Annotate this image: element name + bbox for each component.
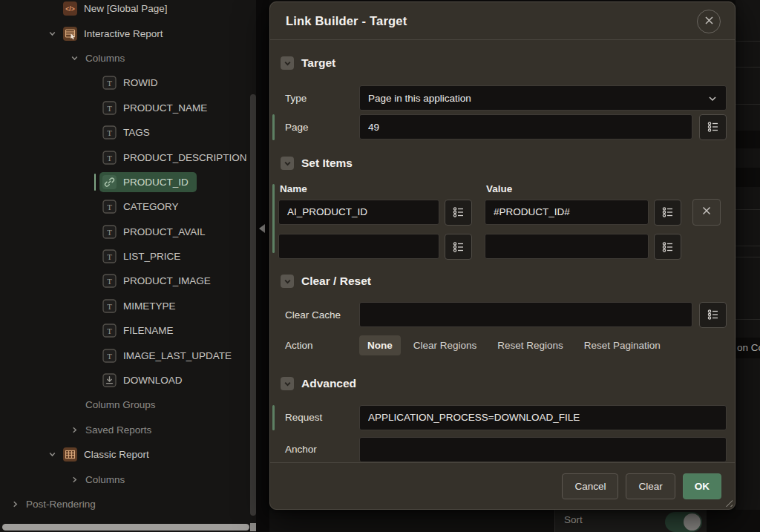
tree-item-label: New [Global Page] (84, 3, 168, 14)
text-icon: T (102, 101, 117, 115)
tree-item-body: Column Groups (82, 396, 164, 413)
page-label: Page (285, 122, 359, 133)
tree-item-label: Columns (85, 474, 125, 485)
clipped-background-text: on Co (737, 342, 760, 353)
collapse-target-button[interactable] (281, 56, 294, 70)
tree-item-label: PRODUCT_IMAGE (123, 275, 211, 286)
clear-button[interactable]: Clear (626, 473, 675, 499)
tree-item-rowid[interactable]: TROWID (0, 70, 256, 95)
tree-item-body: TMIMETYPE (99, 296, 184, 316)
remove-row-button[interactable] (692, 199, 721, 226)
collapse-set-items-button[interactable] (281, 157, 294, 170)
type-row: Type Page in this application (285, 85, 727, 111)
text-icon: T (102, 324, 117, 338)
tree-item-category[interactable]: TCATEGORY (0, 194, 256, 219)
remove-icon (701, 206, 712, 219)
tree-item-label: TAGS (123, 127, 150, 138)
tree-item-columns[interactable]: Columns (0, 467, 256, 491)
tree-item-label: Saved Reports (85, 424, 151, 436)
item-value-input[interactable] (485, 234, 649, 259)
action-option-reset-regions[interactable]: Reset Regions (489, 335, 571, 355)
item-name-input[interactable] (278, 234, 439, 259)
tree-item-list-price[interactable]: TLIST_PRICE (0, 244, 256, 269)
tree-item-interactive-report[interactable]: Interactive Report (0, 21, 256, 45)
chevron-down-icon[interactable] (46, 450, 58, 459)
item-value-input[interactable] (485, 200, 649, 225)
action-option-none[interactable]: None (359, 335, 401, 355)
chevron-down-icon[interactable] (68, 54, 80, 62)
item-value-lov-button[interactable] (654, 200, 681, 226)
background-dark-column (707, 510, 760, 532)
chevron-right-icon[interactable] (68, 476, 80, 484)
tree-item-body: TPRODUCT_IMAGE (99, 271, 219, 291)
tree-item-product-image[interactable]: TPRODUCT_IMAGE (0, 269, 256, 293)
tree-item-mimetype[interactable]: TMIMETYPE (0, 294, 256, 318)
tree-item-classic-report[interactable]: Classic Report (0, 442, 256, 467)
type-select-value: Page in this application (368, 93, 471, 104)
tree-item-columns[interactable]: Columns (0, 46, 256, 70)
report-ir-icon (63, 27, 77, 41)
tree-item-body: TIMAGE_LAST_UPDATE (99, 346, 240, 366)
close-button[interactable] (697, 10, 721, 33)
set-item-row (278, 199, 727, 226)
text-icon: T (102, 125, 117, 139)
page-lov-button[interactable] (699, 114, 727, 140)
tree-item-image-last-update[interactable]: TIMAGE_LAST_UPDATE (0, 343, 256, 367)
panel-splitter[interactable] (256, 0, 269, 532)
tree-item-new-global-page[interactable]: </>New [Global Page] (0, 0, 256, 21)
tree-item-body: Columns (82, 471, 133, 488)
item-name-lov-button[interactable] (445, 234, 472, 260)
tree-item-label: LIST_PRICE (123, 251, 180, 262)
tree-item-label: MIMETYPE (123, 301, 176, 312)
svg-text:T: T (107, 351, 112, 360)
scrollbar-corner (250, 523, 256, 531)
item-name-lov-button[interactable] (445, 200, 472, 226)
link-builder-dialog: Link Builder - Target Target Type Page i… (269, 1, 736, 510)
anchor-input[interactable] (359, 437, 727, 462)
ok-button[interactable]: OK (683, 473, 721, 499)
tree-item-download[interactable]: DOWNLOAD (0, 368, 256, 393)
action-label: Action (285, 340, 359, 351)
svg-text:T: T (107, 153, 112, 162)
tree-vertical-scrollbar[interactable] (250, 94, 256, 516)
tree-item-product-description[interactable]: TPRODUCT_DESCRIPTION (0, 145, 256, 169)
tree-item-tags[interactable]: TTAGS (0, 120, 256, 145)
collapse-advanced-button[interactable] (281, 377, 294, 390)
svg-text:T: T (107, 326, 112, 335)
tree-item-body: TFILENAME (99, 321, 182, 341)
clear-cache-input[interactable] (359, 302, 692, 327)
action-option-clear-regions[interactable]: Clear Regions (405, 335, 485, 355)
text-icon: T (102, 76, 117, 90)
sort-label: Sort (564, 514, 583, 525)
text-icon: T (102, 249, 117, 263)
svg-text:T: T (107, 128, 112, 137)
sort-toggle[interactable] (665, 512, 702, 532)
type-select[interactable]: Page in this application (359, 85, 727, 111)
chevron-right-icon[interactable] (9, 500, 21, 508)
tree-item-post-rendering[interactable]: Post-Rendering (0, 492, 256, 516)
tree-item-filename[interactable]: TFILENAME (0, 318, 256, 343)
request-input[interactable] (359, 405, 727, 430)
tree-horizontal-scrollbar[interactable] (2, 524, 249, 531)
svg-text:T: T (107, 252, 112, 261)
collapse-clear-reset-button[interactable] (281, 275, 294, 288)
tree-item-column-groups[interactable]: Column Groups (0, 393, 256, 417)
type-label: Type (285, 93, 359, 104)
tree-item-product-avail[interactable]: TPRODUCT_AVAIL (0, 220, 256, 244)
item-name-input[interactable] (278, 200, 439, 225)
tree-item-saved-reports[interactable]: Saved Reports (0, 418, 256, 442)
item-value-lov-button[interactable] (654, 234, 681, 260)
tree-item-label: Post-Rendering (26, 499, 96, 510)
tree-item-product-id[interactable]: PRODUCT_ID (0, 170, 256, 194)
section-clear-reset: Clear / Reset (281, 272, 371, 290)
chevron-right-icon[interactable] (68, 426, 80, 434)
panel-collapse-icon[interactable] (259, 224, 265, 233)
cancel-button[interactable]: Cancel (562, 473, 618, 499)
chevron-down-icon[interactable] (46, 30, 58, 38)
page-input[interactable] (359, 114, 692, 139)
tree-item-body: TTAGS (99, 122, 158, 142)
svg-text:T: T (107, 103, 112, 112)
tree-item-product-name[interactable]: TPRODUCT_NAME (0, 96, 256, 120)
clear-cache-lov-button[interactable] (699, 302, 727, 328)
action-option-reset-pagination[interactable]: Reset Pagination (576, 335, 669, 355)
